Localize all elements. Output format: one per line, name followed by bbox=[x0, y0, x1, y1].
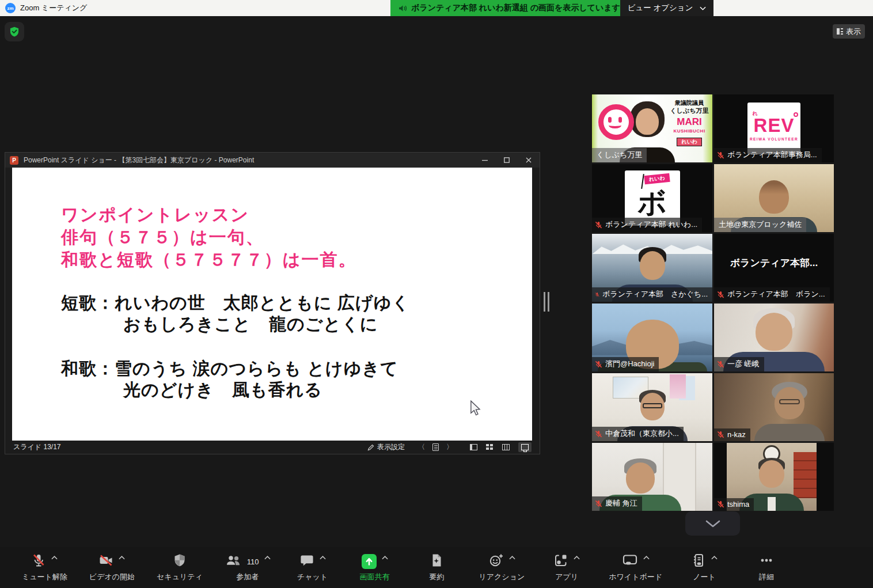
minimize-button[interactable] bbox=[474, 153, 496, 168]
toolbar-notes[interactable]: ノート bbox=[684, 553, 724, 582]
reiwa-badge: れいわ bbox=[677, 138, 702, 146]
normal-view-button[interactable] bbox=[470, 444, 477, 450]
toolbar-items: ミュート解除 ビデオの開始 セキュリティ 110 参加者 チャット bbox=[0, 547, 809, 588]
person-head bbox=[640, 251, 665, 280]
ppt-window-title: PowerPoint スライド ショー - 【第3回七部会】東京ブロック - P… bbox=[24, 155, 254, 165]
participant-tile[interactable]: 土地@東京ブロック補佐 bbox=[714, 164, 834, 232]
reactions-icon bbox=[488, 553, 504, 570]
toolbar-chat[interactable]: チャット bbox=[293, 553, 333, 582]
participant-name-label: ボランティア本部 ボラン... bbox=[714, 287, 830, 302]
toolbar-participants[interactable]: 110 参加者 bbox=[225, 553, 271, 582]
participant-name: 土地@東京ブロック補佐 bbox=[719, 219, 802, 230]
share-screen-square bbox=[362, 554, 377, 569]
participant-tile[interactable]: tshima bbox=[714, 443, 834, 511]
toolbar-item-label: ミュート解除 bbox=[22, 572, 67, 582]
participant-grid: 衆議院議員くしぶち万里MARIKUSHIBUCHIれいわ くしぶち万里 REVれ… bbox=[592, 94, 834, 511]
meeting-toolbar: ミュート解除 ビデオの開始 セキュリティ 110 参加者 チャット bbox=[0, 547, 873, 588]
notes-icon bbox=[691, 553, 706, 570]
apps-icon bbox=[553, 553, 568, 570]
tanka-line-1: 短歌：れいわの世 太郎とともに 広げゆく bbox=[61, 292, 410, 313]
powerpoint-icon: P bbox=[10, 156, 18, 165]
toolbar-item-label: 画面共有 bbox=[360, 572, 390, 582]
mic-muted-icon bbox=[595, 361, 602, 368]
next-slide-button[interactable]: 〉 bbox=[446, 442, 453, 452]
participant-tile[interactable]: 慶輔 角江 bbox=[592, 443, 712, 511]
toolbar-mic-off[interactable]: ミュート解除 bbox=[22, 553, 67, 582]
close-button[interactable] bbox=[518, 153, 540, 168]
participant-tile[interactable]: ボランティア本部 さかぐち... bbox=[592, 234, 712, 302]
participant-name: ボランティア本部 ボラン... bbox=[727, 289, 825, 299]
toolbar-item-label: リアクション bbox=[479, 572, 525, 582]
window-titlebar: zm Zoom ミーティング ボランティア本部 れいわ新選組 の画面を表示してい… bbox=[0, 0, 873, 16]
person-head bbox=[759, 460, 784, 488]
panel-resize-handle[interactable] bbox=[544, 292, 549, 312]
toolbar-more[interactable]: 詳細 bbox=[746, 553, 787, 582]
zoom-meeting-window: zm Zoom ミーティング ボランティア本部 れいわ新選組 の画面を表示してい… bbox=[0, 0, 873, 588]
chevron-up-icon[interactable] bbox=[574, 556, 580, 560]
collapse-gallery-button[interactable] bbox=[685, 511, 740, 536]
participant-name: 中倉茂和（東京都小... bbox=[605, 428, 679, 439]
mascot-flag-label: れいわ bbox=[644, 173, 670, 184]
view-options-button[interactable]: ビュー オプション bbox=[620, 0, 713, 16]
chevron-up-icon[interactable] bbox=[711, 556, 718, 560]
participant-tile[interactable]: 中倉茂和（東京都小... bbox=[592, 373, 712, 441]
view-button-label: 表示 bbox=[846, 26, 861, 37]
chevron-up-icon[interactable] bbox=[51, 556, 58, 560]
person-detail bbox=[779, 399, 800, 404]
mascot-face-icon bbox=[598, 104, 634, 140]
gallery-view-button[interactable]: 表示 bbox=[833, 24, 865, 39]
slide-canvas: ワンポイントレッスン 俳句（５７５）は一句、 和歌と短歌（５７５７７）は一首。 … bbox=[12, 168, 532, 441]
slide-waka-block: 和歌：雪のうち 涙のつららも とけゆきて 光のどけき 風も香れる bbox=[61, 358, 398, 400]
participant-tile[interactable]: REVれREIWA VOLUNTEER ボランティア本部事務局... bbox=[714, 94, 834, 162]
chevron-up-icon[interactable] bbox=[264, 556, 271, 560]
participant-name: ボランティア本部 さかぐち... bbox=[602, 289, 708, 299]
mic-muted-icon bbox=[717, 431, 724, 438]
participants-icon bbox=[225, 553, 242, 570]
participant-name-label: tshima bbox=[714, 498, 754, 511]
chevron-up-icon[interactable] bbox=[643, 556, 650, 560]
participant-tile[interactable]: 一彦 嵯峨 bbox=[714, 304, 834, 371]
toolbar-apps[interactable]: アプリ bbox=[546, 553, 587, 582]
slide-menu-button[interactable] bbox=[432, 443, 439, 451]
toolbar-item-label: チャット bbox=[297, 572, 328, 582]
security-encryption-button[interactable] bbox=[5, 22, 24, 41]
chevron-up-icon[interactable] bbox=[320, 556, 326, 560]
chevron-up-icon[interactable] bbox=[382, 556, 388, 560]
participant-tile[interactable]: 衆議院議員くしぶち万里MARIKUSHIBUCHIれいわ くしぶち万里 bbox=[592, 94, 712, 162]
chevron-up-icon[interactable] bbox=[509, 556, 515, 560]
person-torso bbox=[754, 424, 825, 441]
participant-tile[interactable]: ボランティア本部... ボランティア本部 ボラン... bbox=[714, 234, 834, 302]
toolbar-whiteboard[interactable]: ホワイトボード bbox=[609, 553, 662, 582]
toolbar-item-label: ビデオの開始 bbox=[89, 572, 135, 582]
mic-muted-icon bbox=[595, 430, 602, 438]
participant-tile[interactable]: れいわボ ボランティア本部 れいわ... bbox=[592, 164, 712, 232]
reading-view-button[interactable] bbox=[502, 444, 510, 450]
chevron-up-icon[interactable] bbox=[119, 556, 125, 560]
grid-view-button[interactable] bbox=[486, 444, 494, 450]
person-detail bbox=[768, 497, 776, 511]
participant-name: ボランティア本部 れいわ... bbox=[605, 219, 697, 230]
slide-tanka-block: 短歌：れいわの世 太郎とともに 広げゆく おもしろきこと 龍のごとくに bbox=[61, 292, 410, 335]
display-settings-button[interactable]: 表示設定 bbox=[367, 442, 405, 452]
person-detail bbox=[643, 403, 662, 408]
previous-slide-button[interactable]: 〈 bbox=[418, 442, 425, 452]
participant-tile[interactable]: 濱門@Hachioji bbox=[592, 304, 712, 371]
participant-name-label: 一彦 嵯峨 bbox=[714, 357, 764, 371]
toolbar-reactions[interactable]: リアクション bbox=[479, 553, 525, 582]
view-options-label: ビュー オプション bbox=[628, 3, 693, 13]
more-icon bbox=[759, 553, 774, 570]
person-head bbox=[756, 313, 792, 351]
toolbar-share-screen[interactable]: 画面共有 bbox=[355, 553, 395, 582]
waka-line-1: 和歌：雪のうち 涙のつららも とけゆきて bbox=[61, 358, 398, 379]
toolbar-video-off[interactable]: ビデオの開始 bbox=[89, 553, 135, 582]
slideshow-view-button[interactable] bbox=[518, 442, 532, 452]
toolbar-security-shield[interactable]: セキュリティ bbox=[157, 553, 203, 582]
participant-tile[interactable]: n-kaz bbox=[714, 373, 834, 441]
maximize-button[interactable] bbox=[496, 153, 518, 168]
lesson-line-2: 俳句（５７５）は一句、 bbox=[61, 226, 356, 248]
rev-logo-subtext: REIWA VOLUNTEER bbox=[750, 137, 798, 141]
zoom-app-icon: zm bbox=[5, 3, 16, 13]
toolbar-summary[interactable]: 要約 bbox=[416, 553, 457, 582]
security-shield-icon bbox=[172, 553, 187, 570]
pen-icon bbox=[367, 444, 374, 451]
